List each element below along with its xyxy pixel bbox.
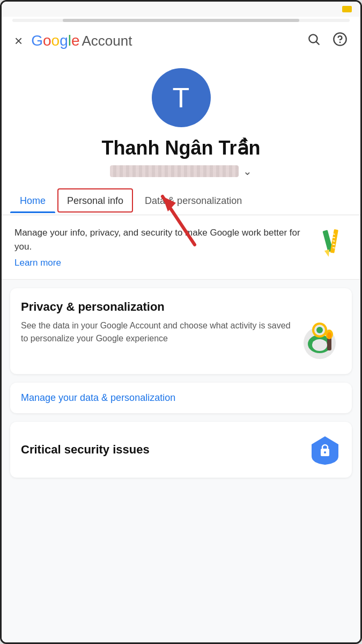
privacy-card-title: Privacy & personalization: [21, 300, 341, 314]
phone-container: × Google Account: [0, 0, 362, 644]
svg-point-17: [313, 341, 318, 345]
svg-point-21: [327, 332, 331, 339]
svg-point-18: [321, 341, 327, 345]
google-o1: o: [43, 32, 51, 49]
google-g2: g: [60, 32, 68, 49]
security-icon: [309, 434, 341, 466]
email-blurred: [110, 165, 239, 177]
header-right: [307, 32, 348, 50]
google-e: e: [71, 32, 80, 49]
tabs-container: Home Personal info Data & personalizatio…: [2, 186, 360, 215]
manage-data-link[interactable]: Manage your data & personalization: [10, 383, 352, 413]
google-logo: Google Account: [31, 32, 132, 49]
info-text-area: Manage your info, privacy, and security …: [14, 226, 305, 268]
info-banner-wrapper: Manage your info, privacy, and security …: [2, 215, 360, 280]
header-left: × Google Account: [14, 32, 132, 49]
close-button[interactable]: ×: [14, 34, 23, 48]
info-banner: Manage your info, privacy, and security …: [2, 215, 360, 280]
critical-security-title: Critical security issues: [21, 443, 150, 457]
tab-personal-info[interactable]: Personal info: [57, 188, 133, 213]
email-row: ⌄: [110, 165, 252, 178]
privacy-card-body: See the data in your Google Account and …: [21, 319, 341, 362]
privacy-card-description: See the data in your Google Account and …: [21, 319, 292, 345]
header: × Google Account: [2, 24, 360, 55]
scroll-bar: [12, 19, 350, 22]
google-o2: o: [51, 32, 60, 49]
content-area: Manage your info, privacy, and security …: [2, 215, 360, 642]
search-button[interactable]: [307, 32, 321, 49]
privacy-card-icon: [298, 319, 341, 362]
svg-point-24: [316, 327, 323, 333]
manage-data-link-text: Manage your data & personalization: [21, 392, 175, 403]
svg-line-1: [316, 42, 319, 45]
user-name: Thanh Ngân Trần: [102, 137, 261, 159]
tab-home[interactable]: Home: [10, 188, 55, 213]
critical-security-card: Critical security issues: [10, 422, 352, 478]
chevron-down-icon[interactable]: ⌄: [243, 165, 252, 178]
banner-icon: [313, 226, 348, 260]
tab-data-personalization[interactable]: Data & personalization: [135, 188, 252, 213]
privacy-card: Privacy & personalization See the data i…: [10, 288, 352, 374]
status-indicator: [342, 6, 352, 12]
avatar: T: [152, 68, 211, 127]
status-bar: [2, 2, 360, 17]
info-description: Manage your info, privacy, and security …: [14, 226, 305, 253]
google-g: G: [31, 32, 43, 49]
avatar-letter: T: [173, 82, 190, 114]
profile-section: T Thanh Ngân Trần ⌄: [2, 55, 360, 186]
help-button[interactable]: [333, 32, 348, 50]
svg-point-27: [324, 451, 326, 453]
account-label: Account: [82, 33, 132, 49]
learn-more-link[interactable]: Learn more: [14, 258, 61, 268]
